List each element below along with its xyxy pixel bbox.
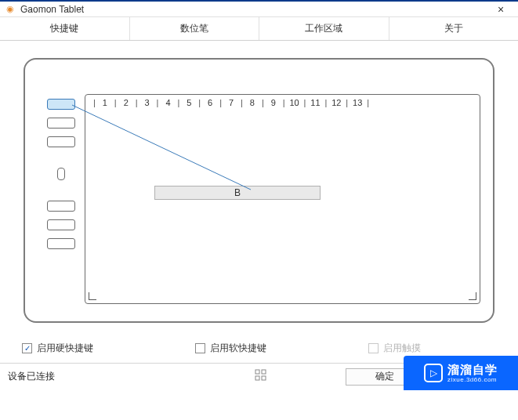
titlebar: ◉ Gaomon Tablet × bbox=[0, 0, 518, 17]
watermark-badge: ▷ 溜溜自学 zixue.3d66.com bbox=[404, 356, 518, 390]
tab-bar: 快捷键 数位笔 工作区域 关于 bbox=[0, 17, 518, 41]
express-key-6[interactable] bbox=[47, 238, 75, 249]
corner-marker-bl bbox=[89, 292, 96, 300]
check-icon bbox=[195, 343, 205, 353]
app-icon: ◉ bbox=[5, 4, 16, 15]
grid-icon[interactable] bbox=[255, 369, 267, 384]
svg-rect-3 bbox=[255, 376, 259, 380]
checkbox-soft-keys-label: 启用软快捷键 bbox=[210, 342, 266, 355]
tab-pen[interactable]: 数位笔 bbox=[130, 17, 260, 40]
window-title: Gaomon Tablet bbox=[20, 4, 487, 15]
check-icon bbox=[368, 343, 379, 353]
express-key-2[interactable] bbox=[47, 118, 75, 129]
express-keys-column bbox=[38, 94, 85, 304]
svg-rect-2 bbox=[262, 370, 266, 374]
key-mapping-label: B bbox=[234, 187, 241, 198]
tab-shortcut-keys[interactable]: 快捷键 bbox=[0, 17, 130, 40]
checkbox-touch-label: 启用触摸 bbox=[383, 342, 421, 355]
svg-rect-1 bbox=[255, 370, 259, 374]
checkbox-soft-keys[interactable]: 启用软快捷键 bbox=[195, 342, 266, 355]
checkbox-hard-keys-label: 启用硬快捷键 bbox=[37, 342, 93, 355]
ruler: |1 |2 |3 |4 |5 |6 |7 |8 |9 |10 |11 |12 |… bbox=[85, 95, 480, 107]
tab-about[interactable]: 关于 bbox=[389, 17, 519, 40]
express-key-5[interactable] bbox=[47, 219, 75, 230]
status-text: 设备已连接 bbox=[8, 370, 55, 383]
key-mapping-field[interactable]: B bbox=[154, 186, 321, 200]
close-button[interactable]: × bbox=[487, 3, 515, 16]
active-area: |1 |2 |3 |4 |5 |6 |7 |8 |9 |10 |11 |12 |… bbox=[85, 94, 480, 304]
express-key-4[interactable] bbox=[47, 201, 75, 212]
checkbox-touch: 启用触摸 bbox=[368, 342, 421, 355]
express-key-3[interactable] bbox=[47, 136, 75, 147]
check-icon: ✓ bbox=[22, 343, 32, 353]
tablet-diagram: |1 |2 |3 |4 |5 |6 |7 |8 |9 |10 |11 |12 |… bbox=[24, 58, 494, 323]
corner-marker-br bbox=[469, 292, 476, 300]
svg-rect-4 bbox=[262, 376, 266, 380]
express-key-1[interactable] bbox=[47, 99, 75, 110]
play-icon: ▷ bbox=[424, 364, 443, 382]
watermark-brand: 溜溜自学 bbox=[447, 363, 498, 376]
touch-ring[interactable] bbox=[57, 168, 65, 180]
checkbox-hard-keys[interactable]: ✓ 启用硬快捷键 bbox=[22, 342, 93, 355]
watermark-url: zixue.3d66.com bbox=[447, 376, 498, 383]
tab-work-area[interactable]: 工作区域 bbox=[259, 17, 389, 40]
main-panel: |1 |2 |3 |4 |5 |6 |7 |8 |9 |10 |11 |12 |… bbox=[0, 41, 518, 331]
